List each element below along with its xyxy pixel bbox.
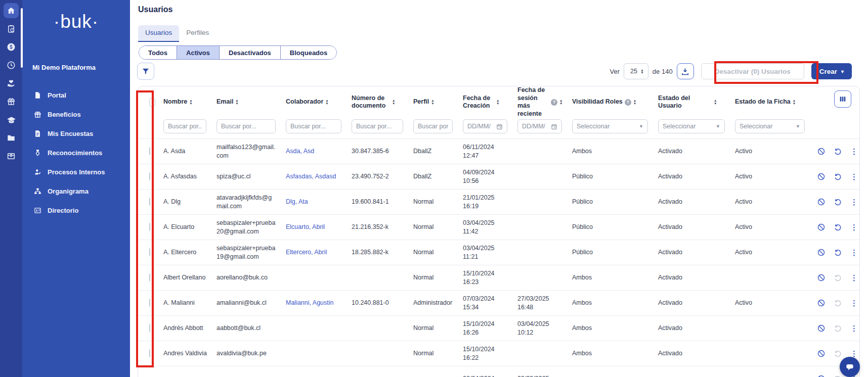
row-menu-icon[interactable]: ⋮: [850, 223, 858, 232]
sidebar-item-directorio[interactable]: Directorio: [22, 201, 130, 220]
block-user-icon[interactable]: [817, 147, 826, 156]
col-header-documento[interactable]: Número de documento▲▼: [345, 95, 407, 110]
rail-payroll-button[interactable]: [4, 39, 19, 55]
col-header-fecha-sesion[interactable]: Fecha de sesión más reciente?▲▼: [511, 86, 566, 118]
row-menu-icon[interactable]: ⋮: [850, 147, 858, 156]
sort-icon[interactable]: ▲▼: [793, 99, 796, 105]
sidebar-item-portal[interactable]: Portal: [22, 85, 130, 105]
colaborador-link[interactable]: Malianni, Agustin: [286, 299, 334, 306]
colaborador-link[interactable]: Elcuarto, Abril: [286, 223, 325, 230]
row-checkbox[interactable]: [149, 349, 150, 357]
estado-ficha-select[interactable]: Seleccionar▼: [735, 119, 805, 133]
row-menu-icon[interactable]: ⋮: [850, 324, 858, 333]
sort-icon[interactable]: ▲▼: [189, 99, 192, 105]
block-user-icon[interactable]: [817, 349, 826, 358]
colaborador-link[interactable]: Dlg, Ata: [286, 198, 308, 205]
col-header-estado-usuario[interactable]: Estado del Usuario▲▼: [652, 95, 729, 110]
row-checkbox[interactable]: [149, 299, 150, 307]
rail-time-button[interactable]: [4, 58, 19, 73]
filter-activos[interactable]: Activos: [177, 46, 220, 59]
col-header-email[interactable]: Email▲▼: [210, 98, 280, 106]
colaborador-link[interactable]: Asfasdas, Asdasd: [286, 173, 336, 180]
sidebar-item-beneficios[interactable]: Beneficios: [22, 105, 130, 124]
tab-usuarios[interactable]: Usuarios: [138, 25, 179, 42]
col-header-colaborador[interactable]: Colaborador▲▼: [280, 98, 345, 106]
download-button[interactable]: [677, 63, 694, 79]
rail-benefits-button[interactable]: [4, 94, 19, 109]
row-checkbox[interactable]: [149, 198, 150, 206]
tab-perfiles[interactable]: Perfiles: [179, 25, 216, 42]
row-checkbox[interactable]: [149, 147, 150, 155]
search-nombre-input[interactable]: [163, 119, 206, 133]
search-email-input[interactable]: [216, 119, 276, 133]
sort-icon[interactable]: ▲▼: [392, 99, 395, 105]
block-user-icon[interactable]: [817, 172, 826, 181]
row-menu-icon[interactable]: ⋮: [850, 299, 858, 308]
sort-icon[interactable]: ▲▼: [431, 99, 434, 105]
row-checkbox[interactable]: [149, 172, 150, 180]
block-user-icon[interactable]: [817, 223, 826, 231]
sort-icon[interactable]: ▲▼: [235, 99, 238, 105]
row-menu-icon[interactable]: ⋮: [850, 273, 858, 282]
help-icon[interactable]: ?: [551, 99, 557, 106]
filter-todos[interactable]: Todos: [139, 46, 177, 59]
reset-password-icon[interactable]: [834, 324, 842, 333]
filter-bloqueados[interactable]: Bloqueados: [281, 46, 336, 59]
estado-usuario-select[interactable]: Seleccionar▼: [658, 119, 725, 133]
search-colaborador-input[interactable]: [286, 119, 341, 133]
chat-fab-button[interactable]: [840, 357, 860, 377]
fecha-creacion-date-input[interactable]: DD/MM/: [463, 119, 507, 133]
row-menu-icon[interactable]: ⋮: [850, 172, 858, 181]
reset-password-icon[interactable]: [834, 273, 842, 282]
colaborador-link[interactable]: Asda, Asd: [286, 148, 314, 155]
block-user-icon[interactable]: [817, 248, 826, 257]
sort-icon[interactable]: ▲▼: [496, 99, 499, 105]
rail-talent-button[interactable]: [4, 76, 19, 91]
rail-home-button[interactable]: [4, 3, 19, 18]
row-checkbox[interactable]: [149, 324, 150, 332]
reset-password-icon[interactable]: [834, 223, 842, 231]
sidebar-item-reconocimientos[interactable]: Reconocimientos: [22, 143, 130, 162]
row-checkbox[interactable]: [149, 248, 150, 256]
row-menu-icon[interactable]: ⋮: [850, 198, 858, 207]
col-header-visibilidad[interactable]: Visibilidad Roles?▲▼: [566, 98, 652, 106]
filter-desactivados[interactable]: Desactivados: [220, 46, 281, 59]
reset-password-icon[interactable]: [834, 172, 842, 181]
sidebar-scrollbar[interactable]: [21, 8, 23, 68]
block-user-icon[interactable]: [817, 374, 826, 377]
rail-tasks-button[interactable]: [4, 21, 19, 36]
sort-icon[interactable]: ▲▼: [714, 99, 717, 105]
reset-password-icon[interactable]: [834, 198, 842, 206]
fecha-sesion-date-input[interactable]: DD/MM/: [517, 119, 562, 133]
row-menu-icon[interactable]: ⋮: [850, 248, 858, 257]
col-header-perfil[interactable]: Perfil▲▼: [407, 98, 457, 106]
rail-training-button[interactable]: [4, 112, 19, 127]
search-documento-input[interactable]: [352, 119, 403, 133]
reset-password-icon[interactable]: [834, 299, 842, 307]
visibilidad-select[interactable]: Seleccionar▼: [572, 119, 648, 133]
block-user-icon[interactable]: [817, 299, 826, 307]
block-user-icon[interactable]: [817, 273, 826, 282]
search-perfil-input[interactable]: [413, 119, 453, 133]
col-header-nombre[interactable]: Nombre▲▼: [157, 98, 210, 106]
colaborador-link[interactable]: Eltercero, Abril: [286, 249, 327, 256]
row-checkbox[interactable]: [149, 223, 150, 231]
col-header-estado-ficha[interactable]: Estado de la Ficha▲▼: [729, 98, 809, 106]
create-button[interactable]: Crear ▾: [811, 63, 852, 79]
rail-archive-button[interactable]: [4, 149, 19, 164]
columns-config-button[interactable]: [834, 90, 851, 108]
rail-documents-button[interactable]: [4, 130, 19, 146]
sidebar-item-mis-encuestas[interactable]: Mis Encuestas: [22, 124, 130, 143]
block-user-icon[interactable]: [817, 324, 826, 333]
sidebar-item-organigrama[interactable]: Organigrama: [22, 181, 130, 201]
sort-icon[interactable]: ▲▼: [325, 99, 328, 105]
help-icon[interactable]: ?: [625, 99, 631, 106]
filter-button[interactable]: [137, 63, 154, 80]
col-header-fecha-creacion[interactable]: Fecha de Creación▲▼: [457, 95, 511, 110]
reset-password-icon[interactable]: [834, 374, 842, 377]
block-user-icon[interactable]: [817, 198, 826, 206]
sidebar-item-procesos-internos[interactable]: Procesos Internos: [22, 162, 130, 181]
sort-icon[interactable]: ▲▼: [633, 99, 636, 105]
reset-password-icon[interactable]: [834, 248, 842, 257]
row-checkbox[interactable]: [149, 273, 150, 281]
